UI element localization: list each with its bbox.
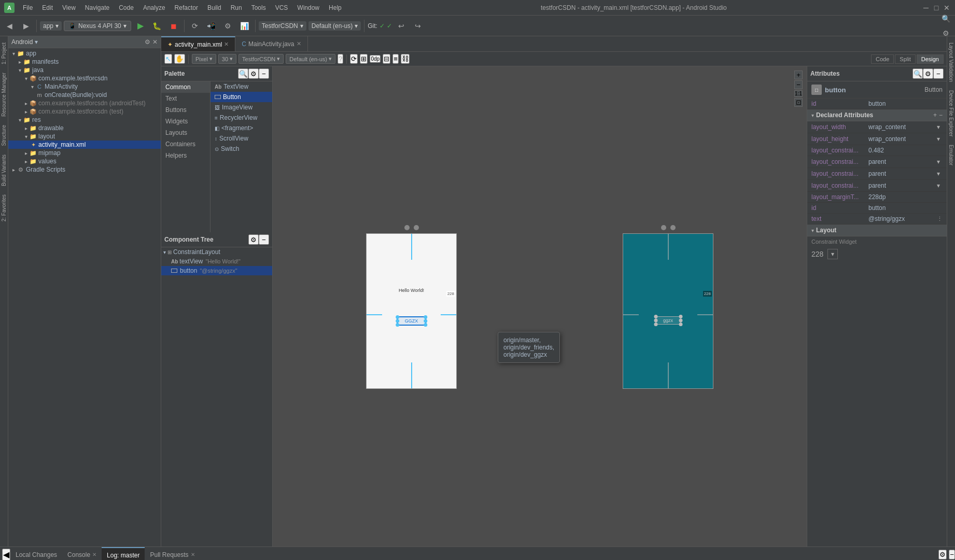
pull-close[interactable]: ✕ <box>191 552 195 557</box>
distribute-button[interactable]: ≡ <box>392 54 399 64</box>
handle-br[interactable] <box>424 323 427 327</box>
stop-button[interactable]: ◼ <box>166 19 181 33</box>
layout-inspector-icon[interactable]: Layout Validation <box>947 38 955 86</box>
forward-button[interactable]: ▶ <box>19 19 33 33</box>
handle-dark-br[interactable] <box>679 323 682 326</box>
handle-dark-mr[interactable] <box>679 319 682 323</box>
bottom-settings-btn[interactable]: ⚙ <box>938 550 947 559</box>
zoom-fit-btn[interactable]: 1:1 <box>794 90 803 97</box>
handle-mr[interactable] <box>424 319 427 323</box>
attr-dropdown-constrain-h[interactable]: ▾ <box>934 158 943 166</box>
design-select-btn[interactable]: ↖ <box>164 54 172 64</box>
attr-dropdown-layout-height[interactable]: ▾ <box>934 135 943 143</box>
language-selector[interactable]: Default (en-us) ▾ <box>308 21 361 31</box>
debug-button[interactable]: 🐛 <box>150 19 164 33</box>
split-view-btn[interactable]: Split <box>895 54 915 64</box>
tree-node-package[interactable]: ▾ 📦 com.example.testforcsdn <box>8 74 161 82</box>
zoom-in-btn[interactable]: + <box>794 71 803 79</box>
hint-button[interactable]: ? <box>338 54 343 64</box>
layout-value-dropdown[interactable]: ▾ <box>827 249 838 259</box>
tree-node-activity-main[interactable]: ✦ activity_main.xml <box>8 141 161 149</box>
palette-cat-common[interactable]: Common <box>161 81 210 93</box>
tree-node-androidtest[interactable]: ▸ 📦 com.example.testforcsdn (androidTest… <box>8 99 161 107</box>
constraint-button[interactable]: ⊞ <box>360 54 368 64</box>
text-more-btn[interactable]: ⋮ <box>937 216 943 222</box>
project-settings-icon[interactable]: ⚙ <box>145 38 150 46</box>
android-dropdown[interactable]: Android <box>11 38 33 46</box>
tree-node-manifests[interactable]: ▸ 📁 manifests <box>8 58 161 66</box>
comp-tree-constraintlayout[interactable]: ▾ ⊞ ConstraintLayout <box>161 247 272 257</box>
palette-item-scrollview[interactable]: ↕ ScrollView <box>210 133 272 144</box>
palette-cat-widgets[interactable]: Widgets <box>161 116 210 127</box>
menu-navigate[interactable]: Navigate <box>81 3 114 12</box>
menu-window[interactable]: Window <box>293 3 324 12</box>
tab-mainactivity[interactable]: C MainActivity.java ✕ <box>235 36 307 51</box>
handle-tr[interactable] <box>424 315 427 319</box>
palette-settings-btn[interactable]: ⚙ <box>248 68 259 79</box>
button-widget-dark[interactable]: ggzx <box>655 316 681 325</box>
tree-node-test[interactable]: ▸ 📦 com.example.testforcsdn (test) <box>8 107 161 116</box>
maximize-button[interactable]: □ <box>932 4 940 12</box>
attrs-search-btn[interactable]: 🔍 <box>912 68 923 79</box>
attr-dropdown-layout-width[interactable]: ▾ <box>934 123 943 131</box>
api-selector[interactable]: TestforCSDN ▾ <box>259 21 306 31</box>
palette-search-btn[interactable]: 🔍 <box>238 68 248 79</box>
bottom-tab-pull[interactable]: Pull Requests ✕ <box>145 547 200 560</box>
menu-edit[interactable]: Edit <box>38 3 57 12</box>
tree-node-res[interactable]: ▾ 📁 res <box>8 116 161 124</box>
minimize-button[interactable]: ─ <box>922 4 930 12</box>
zoom-fill-btn[interactable]: ⊡ <box>794 98 803 107</box>
tree-node-app[interactable]: ▾ 📁 app <box>8 49 161 58</box>
run-button[interactable]: ▶ <box>133 19 148 33</box>
tree-node-oncreate[interactable]: m onCreate(Bundle):void <box>8 91 161 99</box>
menu-view[interactable]: View <box>58 3 80 12</box>
structure-tab-icon[interactable]: Structure <box>0 121 8 150</box>
palette-item-textview[interactable]: Ab TextView <box>210 81 272 92</box>
handle-dark-tr[interactable] <box>679 315 682 318</box>
menu-file[interactable]: File <box>19 3 37 12</box>
resource-tab-icon[interactable]: Resource Manager <box>0 68 8 121</box>
handle-dark-tl[interactable] <box>654 315 657 318</box>
tree-node-layout[interactable]: ▾ 📁 layout <box>8 132 161 141</box>
palette-item-button[interactable]: Button <box>210 92 272 102</box>
pixel-selector[interactable]: Pixel ▾ <box>192 54 216 64</box>
palette-cat-containers[interactable]: Containers <box>161 138 210 150</box>
menu-help[interactable]: Help <box>325 3 346 12</box>
menu-code[interactable]: Code <box>115 3 138 12</box>
palette-cat-text[interactable]: Text <box>161 93 210 104</box>
button-widget-light[interactable]: GGZX <box>397 316 427 326</box>
emulator-icon[interactable]: Emulator <box>947 141 955 170</box>
comp-tree-close[interactable]: − <box>259 234 269 245</box>
avd-button[interactable]: 📲 <box>204 19 219 33</box>
handle-dark-ml[interactable] <box>654 319 657 323</box>
git-undo-button[interactable]: ↩ <box>394 19 409 33</box>
declared-remove-btn[interactable]: − <box>939 111 943 119</box>
project-close-icon[interactable]: ✕ <box>152 38 158 46</box>
bottom-tab-log[interactable]: Log: master <box>102 547 145 560</box>
search-button[interactable]: 🔍 <box>938 11 953 26</box>
declared-add-btn[interactable]: + <box>933 111 937 119</box>
palette-cat-buttons[interactable]: Buttons <box>161 104 210 116</box>
design-view-btn[interactable]: Design <box>917 54 944 64</box>
comp-tree-button[interactable]: button "@string/ggzx" <box>161 266 272 275</box>
menu-tools[interactable]: Tools <box>247 3 270 12</box>
attrs-close-btn[interactable]: − <box>933 68 944 79</box>
align-button[interactable]: ⊟ <box>383 54 390 64</box>
menu-build[interactable]: Build <box>203 3 226 12</box>
code-view-btn[interactable]: Code <box>871 54 894 64</box>
tree-node-gradle[interactable]: ▸ ⚙ Gradle Scripts <box>8 165 161 174</box>
palette-item-switch[interactable]: ⊙ Switch <box>210 144 272 154</box>
sync-button[interactable]: ⟳ <box>188 19 202 33</box>
orient-button[interactable]: ⟳ <box>350 54 358 64</box>
menu-run[interactable]: Run <box>227 3 246 12</box>
0dp-button[interactable]: 0dp <box>370 55 381 63</box>
handle-bl[interactable] <box>396 323 399 327</box>
palette-close-btn[interactable]: − <box>259 68 269 79</box>
tab-mainactivity-close[interactable]: ✕ <box>297 40 301 47</box>
bottom-tab-local[interactable]: Local Changes <box>10 547 62 560</box>
api-selector-design[interactable]: TestforCSDN ▾ <box>238 54 284 64</box>
git-redo-button[interactable]: ↪ <box>411 19 425 33</box>
zoom-out-btn[interactable]: − <box>794 80 803 89</box>
profile-button[interactable]: 📊 <box>237 19 252 33</box>
palette-cat-layouts[interactable]: Layouts <box>161 127 210 138</box>
